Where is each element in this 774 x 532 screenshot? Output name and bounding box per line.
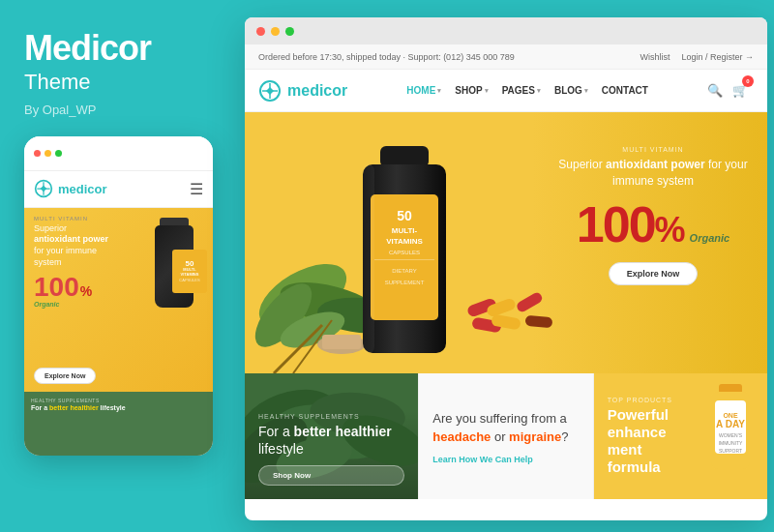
nav-menu: HOME ▾ SHOP ▾ PAGES ▾ BLOG ▾ CONTACT	[406, 85, 648, 96]
login-link[interactable]: Login / Register →	[681, 52, 754, 62]
svg-text:50: 50	[397, 208, 412, 223]
mobile-logo-icon	[34, 179, 53, 198]
search-icon[interactable]: 🔍	[707, 83, 723, 98]
explore-button[interactable]: Explore Now	[609, 262, 699, 285]
hero-bottle: 50 MULTI- VITAMINS CAPSULES DIETARY SUPP…	[342, 141, 467, 373]
green-banner-button[interactable]: Shop Now	[258, 465, 404, 486]
hero-text-area: MULTI VITAMIN Superior antioxidant power…	[556, 146, 750, 285]
mobile-banner-title: For a better healthier lifestyle	[31, 404, 206, 412]
mobile-hero-percent: 100	[34, 274, 79, 301]
nav-item-contact[interactable]: CONTACT	[602, 85, 648, 96]
banner-green: HEALTHY SUPPLEMENTS For a better healthi…	[245, 373, 418, 499]
browser-dot-yellow	[271, 27, 280, 36]
nav-item-home[interactable]: HOME ▾	[406, 85, 441, 96]
pages-chevron-icon: ▾	[537, 87, 541, 95]
mobile-banner-tag: HEALTHY SUPPLEMENTS	[31, 398, 206, 403]
svg-text:A DAY: A DAY	[716, 419, 745, 429]
green-banner-tag: HEALTHY SUPPLEMENTS	[258, 413, 404, 420]
browser-chrome	[245, 17, 767, 44]
svg-rect-30	[515, 291, 544, 314]
brand-title: Medicor	[24, 29, 151, 68]
announce-bar-right: Wishlist Login / Register →	[640, 52, 754, 62]
svg-text:SUPPORT: SUPPORT	[719, 448, 742, 454]
blog-chevron-icon: ▾	[584, 87, 588, 95]
home-chevron-icon: ▾	[437, 87, 441, 95]
brand-by: By Opal_WP	[24, 103, 96, 117]
main-nav: medicor HOME ▾ SHOP ▾ PAGES ▾ BLOG ▾ CON…	[245, 70, 767, 112]
browser-dot-red	[256, 27, 265, 36]
mobile-dot-green	[55, 150, 62, 157]
hero-percent-area: 100 % Organic	[556, 199, 750, 251]
nav-logo-text: medicor	[287, 82, 347, 100]
capsule-decoration	[462, 282, 559, 344]
svg-rect-15	[380, 146, 429, 167]
hero-banner: 50 MULTI- VITAMINS CAPSULES DIETARY SUPP…	[245, 112, 767, 373]
mobile-logo-text: medicor	[58, 182, 107, 196]
svg-text:IMMUNITY: IMMUNITY	[719, 440, 743, 446]
brand-subtitle: Theme	[24, 70, 90, 95]
hero-organic-text: Organic	[690, 232, 730, 244]
mobile-explore-button[interactable]: Explore Now	[34, 368, 96, 384]
mobile-top-bar	[24, 136, 213, 171]
svg-text:MULTI-: MULTI-	[392, 226, 418, 235]
cart-area[interactable]: 🛒 0	[732, 83, 754, 98]
mobile-mockup: medicor ☰ MULTI VITAMIN Superior antioxi…	[24, 136, 213, 456]
svg-text:SUPPLEMENT: SUPPLEMENT	[385, 280, 425, 285]
svg-rect-31	[525, 315, 553, 328]
mobile-logo-area: medicor	[34, 179, 107, 198]
banner-white: Are you suffering from a headache or mig…	[418, 373, 593, 499]
shop-chevron-icon: ▾	[485, 87, 489, 95]
nav-item-shop[interactable]: SHOP ▾	[455, 85, 488, 96]
hero-percent-symbol: %	[655, 210, 686, 251]
mobile-hamburger-icon[interactable]: ☰	[190, 180, 203, 198]
hero-percent-number: 100	[577, 199, 655, 250]
bottle-body: 50 MULTI-VITAMINS CAPSULES	[155, 225, 194, 308]
cart-badge: 0	[742, 75, 754, 87]
svg-rect-25	[363, 164, 374, 353]
yellow-banner-title: Powerful enhance ment formula	[608, 406, 685, 476]
bottle-label-text: MULTI-VITAMINS	[181, 268, 199, 278]
mobile-nav: medicor ☰	[24, 171, 213, 208]
white-banner-link[interactable]: Learn How We Can Help	[432, 455, 579, 464]
svg-text:DIETARY: DIETARY	[392, 268, 416, 274]
wishlist-link[interactable]: Wishlist	[640, 52, 670, 62]
white-banner-title: Are you suffering from a headache or mig…	[432, 409, 579, 447]
yellow-banner-bottle: ONE A DAY WOMEN'S IMMUNITY SUPPORT	[701, 381, 759, 478]
nav-item-pages[interactable]: PAGES ▾	[502, 85, 541, 96]
nav-logo: medicor	[258, 79, 347, 103]
browser-dot-green	[285, 27, 294, 36]
mobile-hero-title: Superior antioxidant power for your immu…	[34, 223, 111, 269]
green-banner-title: For a better healthier lifestyle	[258, 423, 404, 458]
announce-text: Ordered before 17:30, shipped today · Su…	[258, 52, 515, 62]
svg-text:ONE: ONE	[723, 412, 738, 419]
mobile-dot-red	[34, 150, 41, 157]
announce-bar: Ordered before 17:30, shipped today · Su…	[245, 44, 767, 70]
mobile-dot-yellow	[45, 150, 51, 157]
svg-text:WOMEN'S: WOMEN'S	[719, 432, 743, 438]
nav-actions: 🔍 🛒 0	[707, 83, 754, 98]
mobile-bottom-banners: HEALTHY SUPPLEMENTS For a better healthi…	[24, 392, 213, 456]
bottle-label: 50 MULTI-VITAMINS CAPSULES	[172, 250, 207, 293]
hero-multivitamin-tag: MULTI VITAMIN	[556, 146, 750, 153]
svg-text:CAPSULES: CAPSULES	[389, 250, 420, 255]
hero-title: Superior antioxidant power for your immu…	[556, 157, 750, 190]
mobile-banner-green: HEALTHY SUPPLEMENTS For a better healthi…	[24, 392, 213, 456]
mobile-bottle: 50 MULTI-VITAMINS CAPSULES	[140, 218, 208, 324]
mobile-hero: MULTI VITAMIN Superior antioxidant power…	[24, 208, 213, 392]
svg-text:VITAMINS: VITAMINS	[386, 237, 423, 246]
bottom-banners: HEALTHY SUPPLEMENTS For a better healthi…	[245, 373, 767, 499]
left-panel: Medicor Theme By Opal_WP medicor	[0, 0, 237, 532]
nav-logo-icon	[258, 79, 282, 103]
nav-item-blog[interactable]: BLOG ▾	[554, 85, 588, 96]
banner-yellow: ONE A DAY WOMEN'S IMMUNITY SUPPORT TOP P…	[594, 373, 767, 499]
browser-window: Ordered before 17:30, shipped today · Su…	[245, 17, 767, 520]
mobile-dots	[34, 150, 62, 157]
svg-rect-22	[374, 259, 434, 260]
